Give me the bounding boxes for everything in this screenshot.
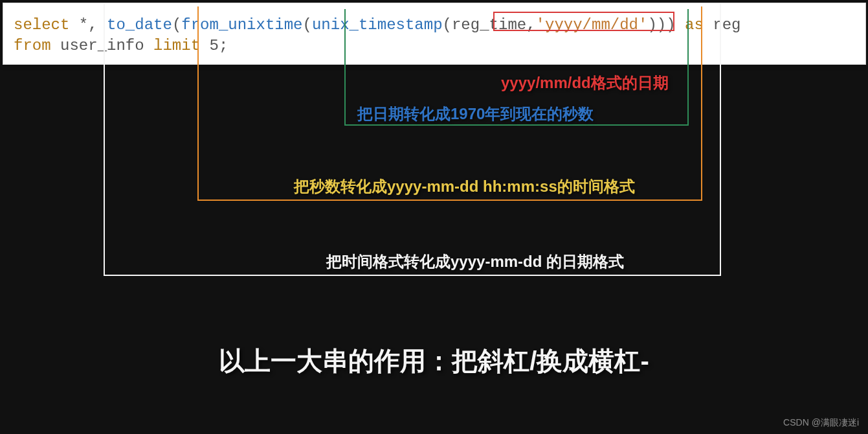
conclusion-text: 以上一大串的作用：把斜杠/换成横杠- <box>0 343 868 379</box>
kw-from: from <box>14 37 51 54</box>
comma: , <box>88 16 97 34</box>
fn-unix-timestamp: unix_timestamp <box>312 16 443 34</box>
sql-code-block: select *, to_date(from_unixtime(unix_tim… <box>3 3 866 65</box>
semicolon: ; <box>219 37 228 54</box>
anno-yellow: 把秒数转化成yyyy-mm-dd hh:mm:ss的时间格式 <box>294 176 635 197</box>
fmt-string: 'yyyy/mm/dd' <box>536 16 648 34</box>
literal-5: 5 <box>209 37 218 54</box>
kw-select: select <box>14 16 69 34</box>
kw-as: as <box>685 16 704 34</box>
col-reg-time: reg_time <box>452 16 526 34</box>
alias-reg: reg <box>713 16 740 34</box>
kw-limit: limit <box>153 37 200 54</box>
watermark: CSDN @满眼凄迷i <box>783 417 859 429</box>
anno-white: 把时间格式转化成yyyy-mm-dd 的日期格式 <box>326 251 624 272</box>
anno-blue: 把日期转化成1970年到现在的秒数 <box>357 104 594 124</box>
lparen: ( <box>172 16 181 34</box>
star: * <box>79 16 88 34</box>
anno-red: yyyy/mm/dd格式的日期 <box>501 73 669 93</box>
fn-from-unixtime: from_unixtime <box>181 16 302 34</box>
tbl-user-info: user_info <box>60 37 144 54</box>
fn-to-date: to_date <box>107 16 172 34</box>
